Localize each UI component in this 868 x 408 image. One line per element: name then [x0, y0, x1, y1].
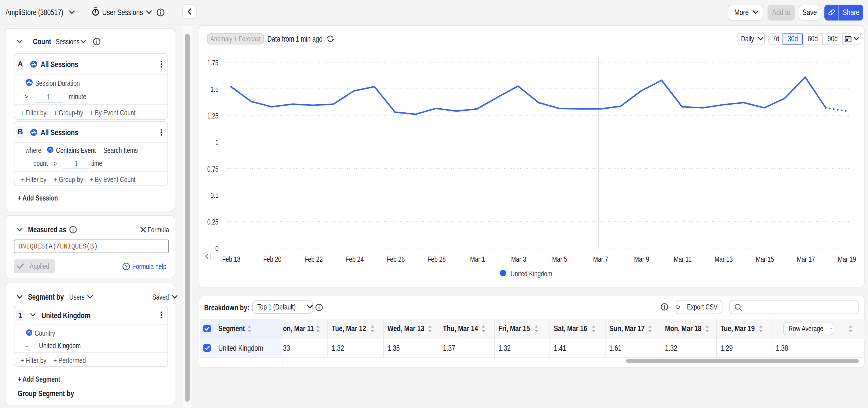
svg-text:?: ? [125, 264, 128, 269]
